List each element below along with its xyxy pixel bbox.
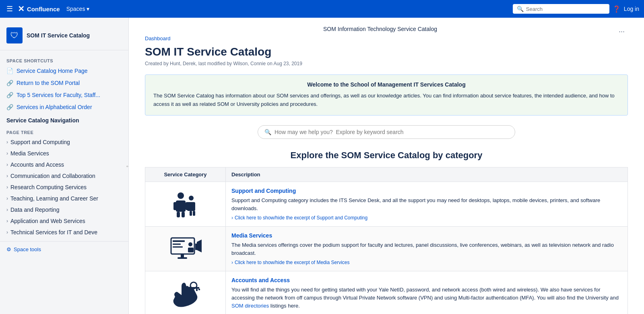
svg-rect-22	[196, 289, 198, 291]
login-button[interactable]: Log in	[624, 6, 639, 12]
tree-item-label: Application and Web Services	[10, 218, 85, 224]
page-icon: 📄	[6, 68, 13, 74]
more-options-button[interactable]: ···	[615, 26, 628, 37]
svg-rect-4	[177, 212, 180, 217]
tree-item-application-web[interactable]: › Application and Web Services	[0, 215, 128, 227]
main-content: SOM Information Technology Service Catal…	[129, 18, 644, 314]
tree-item-technical-services[interactable]: › Technical Services for IT and Deve	[0, 227, 128, 238]
sidebar-item-return-som-portal[interactable]: 🔗 Return to the SOM Portal	[0, 77, 128, 89]
media-services-expand[interactable]: › Click here to show/hide the excerpt of…	[231, 260, 622, 265]
category-desc-cell: Accounts and Access You will find all th…	[226, 271, 628, 314]
search-icon: 🔍	[264, 129, 271, 135]
tree-item-media-services[interactable]: › Media Services	[0, 148, 128, 159]
tree-item-support-computing[interactable]: › Support and Computing	[0, 136, 128, 148]
space-tools-link[interactable]: ⚙ Space tools	[0, 241, 128, 257]
sidebar-item-label: Return to the SOM Portal	[17, 80, 80, 86]
keyword-search-section: 🔍	[145, 125, 628, 139]
tree-item-label: Accounts and Access	[10, 161, 64, 168]
expand-label: Click here to show/hide the excerpt of M…	[235, 260, 349, 265]
help-icon[interactable]: ❓	[613, 5, 621, 13]
svg-rect-17	[188, 248, 194, 252]
chevron-right-icon: ›	[231, 215, 233, 221]
chevron-right-icon: ›	[6, 139, 8, 145]
shortcuts-section-title: SPACE SHORTCUTS	[0, 55, 128, 65]
sidebar-item-service-catalog-home[interactable]: 📄 Service Catalog Home Page	[0, 65, 128, 77]
tree-item-label: Support and Computing	[10, 139, 70, 145]
tree-item-label: Communication and Collaboration	[10, 173, 95, 179]
media-services-link[interactable]: Media Services	[231, 232, 622, 239]
tree-item-accounts-access[interactable]: › Accounts and Access	[0, 159, 128, 170]
sidebar-nav-title: Service Catalog Navigation	[0, 113, 128, 126]
svg-rect-15	[178, 257, 187, 259]
chevron-right-icon: ›	[6, 218, 8, 224]
tree-item-label: Data and Reporting	[10, 207, 59, 213]
global-search-bar[interactable]: 🔍	[513, 4, 609, 14]
sidebar-item-label: Top 5 Services for Faculty, Staff...	[17, 92, 100, 98]
spaces-dropdown-button[interactable]: Spaces ▾	[63, 4, 93, 14]
tree-item-label: Teaching, Learning and Career Ser	[10, 195, 98, 202]
tree-item-label: Research Computing Services	[10, 184, 87, 190]
tree-item-data-reporting[interactable]: › Data and Reporting	[0, 204, 128, 215]
support-computing-desc: Support and Computing category includes …	[231, 196, 622, 213]
chevron-right-icon: ›	[6, 196, 8, 201]
svg-rect-1	[176, 200, 186, 212]
media-services-desc: The Media services offerings cover the p…	[231, 241, 622, 257]
chevron-right-icon: ›	[6, 173, 8, 179]
sidebar-item-label: Services in Alphabetical Order	[17, 104, 92, 110]
expand-label: Click here to show/hide the excerpt of S…	[235, 215, 367, 221]
tree-item-label: Media Services	[10, 150, 49, 157]
svg-point-6	[189, 196, 194, 200]
support-computing-icon	[169, 190, 202, 218]
tree-item-research-computing[interactable]: › Research Computing Services	[0, 182, 128, 193]
link-icon: 🔗	[6, 80, 13, 86]
sidebar-item-top5-services[interactable]: 🔗 Top 5 Services for Faculty, Staff...	[0, 89, 128, 101]
breadcrumb[interactable]: Dashboard	[145, 35, 615, 41]
table-row: Media Services The Media services offeri…	[145, 226, 628, 271]
gear-icon: ⚙	[6, 246, 11, 252]
col-service-category: Service Category	[145, 167, 226, 182]
space-name: SOM IT Service Catalog	[27, 32, 90, 39]
tree-item-teaching-learning[interactable]: › Teaching, Learning and Career Ser	[0, 193, 128, 204]
category-desc-cell: Support and Computing Support and Comput…	[226, 182, 628, 226]
table-row: Support and Computing Support and Comput…	[145, 182, 628, 226]
sidebar-space-header: 🛡 SOM IT Service Catalog	[0, 24, 128, 50]
space-shield-icon: 🛡	[6, 27, 23, 43]
main-layout: 🛡 SOM IT Service Catalog SPACE SHORTCUTS…	[0, 18, 644, 314]
app-name: Confluence	[27, 6, 60, 12]
som-directories-link[interactable]: SOM directories	[231, 303, 269, 309]
spaces-chevron-icon: ▾	[87, 6, 89, 12]
accounts-access-link[interactable]: Accounts and Access	[231, 277, 622, 283]
svg-rect-9	[193, 211, 195, 216]
link-icon: 🔗	[6, 92, 13, 98]
page-meta: Created by Hunt, Derek, last modified by…	[145, 61, 615, 66]
tree-item-label: Technical Services for IT and Deve	[10, 229, 97, 236]
global-search-input[interactable]	[526, 6, 605, 12]
svg-rect-7	[187, 202, 195, 211]
media-services-icon	[169, 235, 202, 263]
page-title: SOM IT Service Catalog	[145, 45, 615, 58]
svg-rect-23	[198, 289, 200, 290]
page-tree-title: PAGE TREE	[0, 126, 128, 136]
category-icon-cell	[145, 226, 226, 271]
keyword-search-input[interactable]	[275, 129, 508, 135]
confluence-logo[interactable]: ✕ Confluence	[18, 4, 60, 14]
hamburger-menu-icon[interactable]: ☰	[5, 3, 14, 15]
sidebar-item-label: Service Catalog Home Page	[17, 68, 88, 74]
explore-title: Explore the SOM Service Catalog by categ…	[145, 150, 628, 161]
svg-rect-12	[173, 244, 181, 245]
chevron-right-icon: ›	[6, 162, 8, 167]
chevron-right-icon: ›	[231, 260, 233, 265]
svg-rect-11	[173, 240, 185, 242]
sidebar-resizer[interactable]	[126, 18, 128, 314]
sidebar-item-alphabetical[interactable]: 🔗 Services in Alphabetical Order	[0, 101, 128, 113]
tree-item-communication[interactable]: › Communication and Collaboration	[0, 170, 128, 182]
accounts-access-icon	[169, 281, 202, 309]
chevron-right-icon: ›	[6, 207, 8, 213]
support-computing-link[interactable]: Support and Computing	[231, 188, 622, 194]
svg-point-16	[188, 242, 192, 246]
svg-rect-19	[195, 244, 198, 250]
welcome-body: The SOM Service Catalog has information …	[153, 92, 619, 109]
keyword-search-bar[interactable]: 🔍	[258, 125, 515, 139]
support-computing-expand[interactable]: › Click here to show/hide the excerpt of…	[231, 215, 622, 221]
svg-rect-14	[181, 254, 184, 257]
